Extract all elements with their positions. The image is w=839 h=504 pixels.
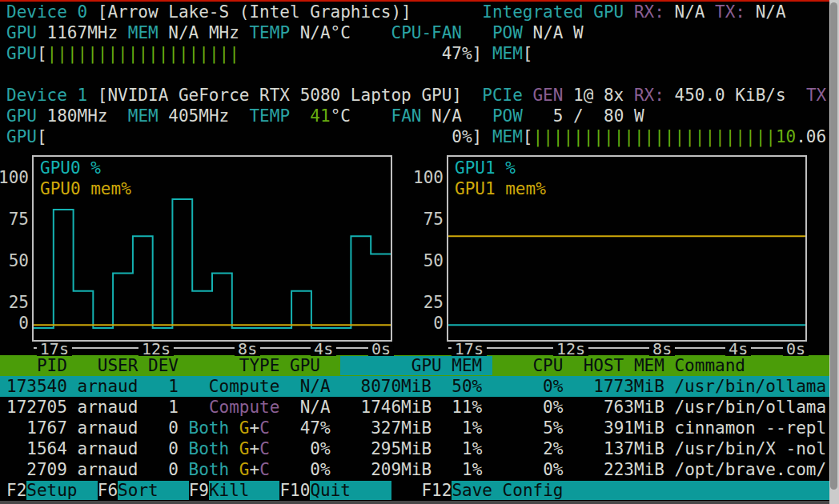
text-segment: 405MHz: [168, 106, 249, 126]
x-tick-label: 8s: [649, 342, 675, 356]
text-segment: 1767 arnaud 0: [6, 418, 189, 438]
text-segment: Integrated GPU: [482, 2, 624, 22]
text-segment: [: [523, 44, 533, 63]
text-segment: [ 0%]: [37, 127, 492, 146]
window-accent-line: [0, 0, 829, 2]
text-segment: MEM: [492, 44, 523, 63]
y-tick-label: 100: [0, 167, 29, 188]
text-segment: TEMP: [249, 23, 299, 42]
process-row[interactable]: 1564 arnaud 0 Both G+C 0% 295MiB 1% 2% 1…: [0, 438, 829, 459]
text-segment: N/A: [745, 2, 786, 22]
fkey-saveconfig-button[interactable]: Save Config: [452, 481, 829, 500]
text-segment: GPU: [6, 106, 47, 126]
text-segment: N/A°C: [300, 23, 391, 42]
text-segment: N/A MHz: [168, 23, 249, 42]
text-segment: FAN: [391, 106, 421, 126]
text-segment: ||||||||||||||||||||||||10: [532, 127, 796, 146]
x-tick-label: 4s: [311, 342, 336, 356]
text-segment: 0% 209MiB 1% 0% 223MiB /opt/brave.com/: [270, 460, 826, 479]
text-segment: 450.0 KiB/s: [664, 86, 806, 105]
fkey-f2[interactable]: F2: [6, 481, 26, 500]
text-segment: 1167MHz: [47, 23, 128, 42]
text-segment: RX:: [634, 2, 664, 22]
x-tick-label: 8s: [235, 342, 260, 356]
fkey-f9[interactable]: F9: [189, 481, 209, 500]
text-segment: +: [249, 418, 259, 438]
x-tick-label: 12s: [553, 342, 588, 356]
text-segment: 173540 arnaud 1 Compute N/A 8070MiB 50% …: [6, 377, 826, 396]
text-segment: C: [259, 439, 270, 458]
text-segment: N/A 1746MiB 11% 0% 763MiB /usr/bin/ollam…: [279, 398, 826, 417]
window-bottom-edge: [0, 501, 829, 504]
text-segment: MEM: [128, 106, 169, 126]
text-segment: Compute: [209, 398, 280, 417]
text-segment: 1564 arnaud 0: [6, 439, 189, 458]
text-segment: 172705 arnaud 1: [6, 398, 209, 417]
fkey-f10[interactable]: F10: [279, 481, 310, 500]
gpu0-history-chart: GPU0 %GPU0 mem%17s12s8s4s0s: [32, 155, 392, 359]
y-tick-label: 25: [411, 292, 444, 313]
terminal-screen: Device 0 [Arrow Lake-S (Intel Graphics)]…: [0, 0, 839, 504]
x-tick-label: 0s: [783, 342, 809, 356]
fkey-quit-button[interactable]: Quit: [310, 481, 391, 500]
device0-title-line: Device 0 [Arrow Lake-S (Intel Graphics)]…: [0, 2, 829, 22]
scrollbar-thumb[interactable]: [830, 2, 837, 490]
text-segment: PCIe: [482, 86, 523, 105]
text-segment: °C: [331, 106, 391, 126]
device1-stats-line: GPU 180MHz MEM 405MHz TEMP 41°C FAN N/A …: [0, 106, 829, 126]
text-segment: C: [259, 418, 270, 438]
text-segment: POW: [492, 23, 523, 42]
y-tick-label: 100: [411, 167, 444, 188]
text-segment: TX:: [806, 86, 829, 105]
process-row[interactable]: 2709 arnaud 0 Both G+C 0% 209MiB 1% 0% 2…: [0, 459, 829, 480]
text-segment: [229, 460, 239, 479]
fkey-sort-button[interactable]: Sort: [118, 481, 189, 500]
text-segment: 47%]: [239, 44, 492, 63]
text-segment: [229, 418, 239, 438]
text-segment: C: [259, 460, 270, 479]
text-segment: 2709 arnaud 0: [6, 460, 189, 479]
y-tick-label: 75: [0, 209, 29, 230]
x-axis-line: [34, 347, 391, 349]
text-segment: MEM: [128, 23, 169, 42]
text-segment: 47% 327MiB 1% 5% 391MiB cinnamon --repl: [270, 418, 826, 438]
text-segment: [NVIDIA GeForce RTX 5080 Laptop GPU]: [98, 86, 482, 105]
function-key-bar: F2Setup F6Sort F9Kill F10Quit F12Save Co…: [0, 480, 829, 501]
text-segment: 41: [310, 106, 330, 126]
y-tick-label: 50: [0, 250, 29, 271]
x-axis-line: [448, 347, 805, 349]
device1-title-line: Device 1 [NVIDIA GeForce RTX 5080 Laptop…: [0, 85, 829, 106]
x-tick-label: 17s: [37, 342, 72, 356]
fkey-setup-button[interactable]: Setup: [26, 481, 98, 500]
legend-mem: GPU1 mem%: [455, 178, 546, 199]
text-segment: [624, 2, 634, 22]
fkey-f12[interactable]: F12: [421, 481, 452, 500]
process-row-selected[interactable]: 173540 arnaud 1 Compute N/A 8070MiB 50% …: [0, 376, 829, 397]
text-segment: .06: [796, 127, 826, 146]
process-row[interactable]: 172705 arnaud 1 Compute N/A 1746MiB 11% …: [0, 397, 829, 418]
legend-mem: GPU0 mem%: [40, 178, 131, 199]
text-segment: [: [523, 127, 533, 146]
fkey-f6[interactable]: F6: [98, 481, 118, 500]
process-row[interactable]: 1767 arnaud 0 Both G+C 47% 327MiB 1% 5% …: [0, 418, 829, 438]
x-tick-label: 12s: [138, 342, 174, 356]
text-segment: TEMP: [249, 106, 310, 126]
text-segment: [391, 481, 422, 500]
nvtop-terminal: Device 0 [Arrow Lake-S (Intel Graphics)]…: [0, 0, 839, 504]
y-tick-label: 0: [411, 313, 444, 334]
text-segment: RX:: [634, 86, 664, 105]
gpu1-history-chart: GPU1 %GPU1 mem%17s12s8s4s0s: [447, 155, 807, 359]
text-segment: +: [249, 460, 259, 479]
text-segment: GPU: [6, 44, 37, 63]
legend-gpu: GPU1 %: [455, 158, 516, 178]
text-segment: 5 / 80 W: [523, 106, 644, 126]
text-segment: G: [239, 460, 250, 479]
text-segment: Both: [189, 418, 230, 438]
text-segment: Both: [189, 460, 230, 479]
text-segment: MEM: [492, 127, 523, 146]
device1-meter-line: GPU[ 0%] MEM[||||||||||||||||||||||||10.…: [0, 126, 829, 147]
text-segment: Device 0: [6, 2, 98, 22]
scrollbar[interactable]: [829, 0, 839, 504]
fkey-kill-button[interactable]: Kill: [209, 481, 280, 500]
text-segment: [523, 86, 533, 105]
